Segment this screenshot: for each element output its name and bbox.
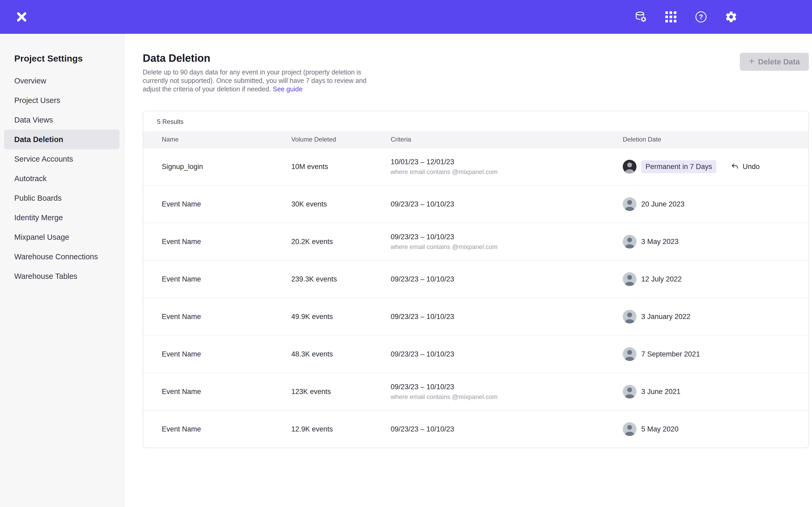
criteria-range: 09/23/23 – 10/10/23 [391, 350, 623, 358]
delete-data-label: Delete Data [758, 58, 800, 66]
row-name: Event Name [162, 200, 291, 208]
permanent-badge: Permanent in 7 Days [641, 160, 716, 173]
criteria-subtext: where email contains @mixpanel.com [391, 243, 623, 250]
row-criteria: 10/01/23 – 12/01/23 where email contains… [391, 158, 623, 176]
plus-icon: + [749, 57, 754, 66]
row-deletion-date: 12 July 2022 [623, 272, 794, 286]
data-management-icon[interactable] [635, 11, 647, 23]
page-header: Data Deletion Delete up to 90 days data … [143, 52, 809, 93]
row-deletion-date: 3 June 2021 [623, 385, 794, 398]
row-criteria: 09/23/23 – 10/10/23 [391, 350, 623, 358]
table-row: Signup_login 10M events 10/01/23 – 12/01… [143, 148, 808, 185]
delete-data-button[interactable]: + Delete Data [740, 53, 809, 71]
row-criteria: 09/23/23 – 10/10/23 where email contains… [391, 233, 623, 250]
page-title: Data Deletion [143, 52, 809, 64]
row-name: Event Name [162, 388, 291, 396]
sidebar-item-project-users[interactable]: Project Users [4, 91, 119, 110]
table-header-row: Name Volume Deleted Criteria Deletion Da… [143, 131, 808, 148]
sidebar-item-identity-merge[interactable]: Identity Merge [4, 208, 119, 227]
avatar [623, 197, 637, 211]
row-volume: 12.9K events [291, 425, 391, 433]
project-settings-nav: Overview Project Users Data Views Data D… [4, 71, 119, 286]
criteria-range: 09/23/23 – 10/10/23 [391, 275, 623, 283]
avatar [623, 422, 637, 436]
criteria-range: 09/23/23 – 10/10/23 [391, 233, 623, 241]
help-icon[interactable] [695, 11, 707, 23]
deletion-table-card: 5 Results Name Volume Deleted Criteria D… [143, 111, 809, 448]
row-name: Event Name [162, 350, 291, 358]
sidebar-item-data-views[interactable]: Data Views [4, 110, 119, 130]
sidebar-item-service-accounts[interactable]: Service Accounts [4, 149, 119, 169]
avatar [623, 235, 637, 248]
sidebar-item-warehouse-connections[interactable]: Warehouse Connections [4, 247, 119, 267]
avatar [623, 272, 637, 286]
deletion-date-text: 20 June 2023 [641, 200, 684, 208]
undo-icon [731, 163, 739, 171]
row-deletion-date: 20 June 2023 [623, 197, 794, 211]
undo-label: Undo [743, 163, 760, 171]
row-name: Event Name [162, 238, 291, 246]
criteria-range: 09/23/23 – 10/10/23 [391, 383, 623, 391]
undo-button[interactable]: Undo [731, 163, 760, 171]
table-row: Event Name 123K events 09/23/23 – 10/10/… [143, 373, 808, 410]
row-criteria: 09/23/23 – 10/10/23 [391, 313, 623, 321]
top-navigation-bar [0, 0, 812, 34]
description-text: Delete up to 90 days data for any event … [143, 68, 366, 93]
settings-icon[interactable] [725, 11, 738, 23]
avatar [623, 385, 637, 398]
row-criteria: 09/23/23 – 10/10/23 [391, 425, 623, 433]
results-count: 5 Results [143, 111, 808, 131]
deletion-date-text: 3 May 2023 [641, 238, 678, 246]
criteria-range: 09/23/23 – 10/10/23 [391, 313, 623, 321]
sidebar-item-public-boards[interactable]: Public Boards [4, 188, 119, 208]
criteria-range: 10/01/23 – 12/01/23 [391, 158, 623, 166]
table-row: Event Name 239.3K events 09/23/23 – 10/1… [143, 260, 808, 298]
see-guide-link[interactable]: See guide [273, 85, 303, 93]
deletion-date-text: 3 June 2021 [641, 388, 680, 396]
page-description: Delete up to 90 days data for any event … [143, 68, 380, 93]
mixpanel-logo[interactable] [15, 10, 29, 24]
criteria-range: 09/23/23 – 10/10/23 [391, 200, 623, 208]
table-row: Event Name 48.3K events 09/23/23 – 10/10… [143, 335, 808, 373]
avatar [623, 310, 637, 324]
sidebar-item-warehouse-tables[interactable]: Warehouse Tables [4, 267, 119, 286]
apps-grid-icon[interactable] [664, 11, 677, 23]
sidebar-item-mixpanel-usage[interactable]: Mixpanel Usage [4, 227, 119, 247]
row-deletion-date: 3 January 2022 [623, 310, 794, 324]
sidebar-item-autotrack[interactable]: Autotrack [4, 169, 119, 188]
row-name: Event Name [162, 313, 291, 321]
avatar [623, 160, 637, 173]
row-volume: 239.3K events [291, 275, 391, 283]
row-criteria: 09/23/23 – 10/10/23 [391, 200, 623, 208]
row-volume: 49.9K events [291, 313, 391, 321]
criteria-range: 09/23/23 – 10/10/23 [391, 425, 623, 433]
table-row: Event Name 30K events 09/23/23 – 10/10/2… [143, 185, 808, 223]
deletion-date-text: 12 July 2022 [641, 275, 682, 283]
sidebar-item-overview[interactable]: Overview [4, 71, 119, 91]
row-deletion-date: Permanent in 7 Days Undo [623, 160, 794, 173]
avatar [623, 347, 637, 361]
row-deletion-date: 5 May 2020 [623, 422, 794, 436]
row-name: Event Name [162, 425, 291, 433]
row-volume: 48.3K events [291, 350, 391, 358]
table-row: Event Name 20.2K events 09/23/23 – 10/10… [143, 223, 808, 260]
row-volume: 10M events [291, 163, 391, 171]
row-name: Event Name [162, 275, 291, 283]
main-content: Data Deletion Delete up to 90 days data … [124, 34, 812, 507]
row-deletion-date: 7 September 2021 [623, 347, 794, 361]
column-header-deletion-date: Deletion Date [623, 136, 794, 143]
column-header-name: Name [162, 136, 291, 143]
table-row: Event Name 49.9K events 09/23/23 – 10/10… [143, 298, 808, 335]
deletion-date-text: 7 September 2021 [641, 350, 700, 358]
criteria-subtext: where email contains @mixpanel.com [391, 393, 623, 401]
row-name: Signup_login [162, 163, 291, 171]
column-header-volume: Volume Deleted [291, 136, 391, 143]
project-settings-sidebar: Project Settings Overview Project Users … [0, 34, 124, 507]
row-criteria: 09/23/23 – 10/10/23 where email contains… [391, 383, 623, 401]
sidebar-item-data-deletion[interactable]: Data Deletion [4, 130, 119, 149]
topbar-icon-group [635, 0, 738, 34]
row-volume: 123K events [291, 388, 391, 396]
column-header-criteria: Criteria [391, 136, 623, 143]
row-volume: 20.2K events [291, 238, 391, 246]
sidebar-title: Project Settings [4, 53, 119, 64]
